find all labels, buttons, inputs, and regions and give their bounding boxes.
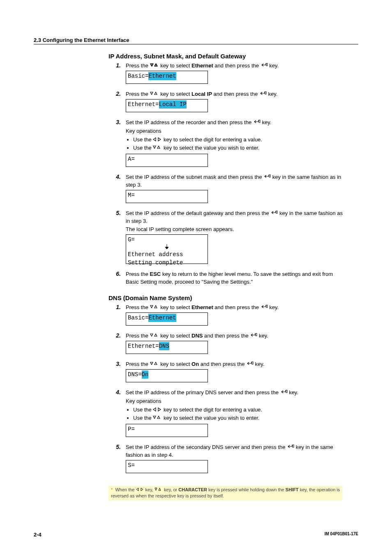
text: key to select [159, 91, 191, 97]
text: key to select the digit for entering a v… [162, 136, 262, 143]
enter-icon [261, 304, 268, 312]
dns-step-2: 2. Press the key to select DNS and then … [108, 332, 343, 359]
lcd-display: Ethernet=Local IP [126, 99, 208, 112]
text: key to select [159, 62, 191, 69]
text: key. [268, 304, 279, 310]
lcd-highlight: Ethernet [148, 314, 176, 322]
bullet: Use the key to select the value you wish… [133, 414, 343, 422]
text: Use the [133, 407, 153, 413]
text: key. [261, 119, 272, 125]
text: key to select the value you wish to ente… [162, 415, 259, 421]
ip-step-1: 1. Press the key to select Ethernet and … [108, 62, 343, 89]
target-word: On [191, 361, 199, 367]
bullet: Use the key to select the value you wish… [133, 144, 343, 152]
text: Set the IP address of the primary DNS se… [126, 389, 280, 395]
lcd-prefix: DNS= [128, 370, 142, 379]
text: key to select [159, 361, 191, 367]
enter-icon [250, 332, 257, 340]
character-key: CHARACTER [178, 487, 207, 492]
text: key, [144, 487, 154, 492]
step-number: 4. [108, 389, 126, 442]
lcd-prefix: A= [128, 155, 135, 163]
step-number: 4. [108, 173, 126, 208]
text: Set the IP address of the recorder and t… [126, 119, 253, 125]
page-number: 2-4 [34, 532, 42, 538]
text: Press the [126, 304, 150, 310]
lcd-highlight: Local IP [159, 100, 187, 109]
bullet: Use the key to select the digit for ente… [133, 406, 343, 414]
page: 2.3 Configuring the Ethernet Interface I… [0, 0, 392, 555]
lcd-prefix: G= [128, 236, 135, 243]
svg-rect-2 [259, 120, 260, 123]
content-col: IP Address, Subnet Mask, and Default Gat… [108, 53, 343, 501]
lcd-display: S= [126, 460, 208, 473]
footnote: * When the key, key, or CHARACTER key is… [108, 486, 343, 501]
text: key. [267, 91, 278, 97]
text: Use the [133, 136, 153, 143]
lcd-line: Ethernet address [128, 250, 206, 259]
lcd-line: Setting complete [128, 259, 206, 267]
text: Press the [126, 271, 150, 277]
enter-icon [253, 119, 261, 127]
svg-rect-8 [286, 390, 287, 393]
text: Set the IP address of the secondary DNS … [126, 444, 287, 450]
text: and then press the [212, 91, 259, 97]
step-number: 5. [108, 210, 126, 269]
text: Use the [133, 145, 153, 151]
target-word: Ethernet [191, 62, 213, 69]
text: key to select the value you wish to ente… [162, 145, 259, 151]
text: When the [115, 487, 136, 492]
footer: 2-4 IM 04P01B01-17E [34, 532, 358, 538]
lcd-prefix: Ethernet= [128, 342, 159, 350]
text: key. [254, 361, 265, 367]
svg-rect-4 [276, 211, 277, 213]
lcd-prefix: S= [128, 461, 135, 469]
bullet: Use the key to select the digit for ente… [133, 136, 343, 144]
keyops-title: Key operations [126, 127, 343, 135]
enter-icon [270, 210, 278, 217]
text: key to select [159, 333, 191, 339]
text: key. [268, 62, 279, 69]
ip-step-5: 5. Set the IP address of the default gat… [108, 210, 343, 269]
text: Press the [126, 91, 150, 97]
section-header: 2.3 Configuring the Ethernet Interface [34, 37, 358, 44]
lcd-display: Ethernet=DNS [126, 341, 208, 354]
ip-step-3: 3. Set the IP address of the recorder an… [108, 119, 343, 172]
lcd-display: M= [126, 190, 208, 203]
enter-icon [287, 444, 294, 451]
svg-rect-6 [256, 333, 257, 336]
ip-step-4: 4. Set the IP address of the subnet mask… [108, 173, 343, 208]
step-number: 3. [108, 361, 126, 387]
lcd-display: Basic=Ethernet [126, 312, 208, 326]
updown-icon [150, 304, 159, 312]
target-word: DNS [191, 333, 203, 339]
step-number: 2. [108, 90, 126, 117]
enter-icon [280, 389, 288, 397]
enter-icon [261, 62, 268, 70]
updown-icon [150, 90, 159, 98]
text: and then press the [203, 333, 250, 339]
leftright-icon [136, 487, 144, 493]
lcd-prefix: Ethernet= [128, 100, 159, 109]
text: and then press the [213, 62, 261, 69]
lcd-display: Basic=Ethernet [126, 71, 208, 84]
text: key to select [159, 304, 191, 310]
enter-icon [263, 173, 271, 181]
text: key. [288, 389, 299, 395]
svg-rect-5 [266, 305, 267, 308]
text: key. [257, 333, 268, 339]
text: and then press the [199, 361, 246, 367]
leftright-icon [153, 406, 162, 414]
doc-id: IM 04P01B01-17E [325, 532, 358, 538]
ip-step-6: 6. Press the ESC key to return to the hi… [108, 271, 343, 287]
text: key is pressed while holding down the [207, 487, 286, 492]
svg-rect-9 [293, 445, 294, 447]
text: and then press the [213, 304, 261, 310]
updown-icon [150, 332, 159, 340]
updown-icon [153, 414, 162, 422]
leftright-icon [153, 136, 162, 144]
svg-rect-1 [265, 92, 266, 94]
dns-step-4: 4. Set the IP address of the primary DNS… [108, 389, 343, 442]
svg-rect-0 [266, 63, 267, 66]
svg-rect-7 [252, 362, 253, 364]
